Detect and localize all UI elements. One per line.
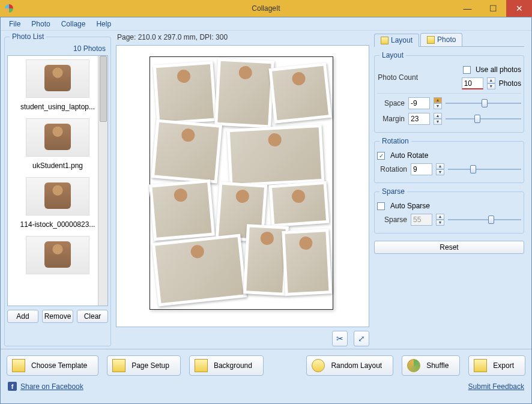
choose-template-button[interactable]: Choose Template xyxy=(7,355,98,376)
menu-photo[interactable]: Photo xyxy=(26,18,55,30)
margin-spinner[interactable]: ▲▼ xyxy=(434,113,442,125)
add-button[interactable]: Add xyxy=(7,310,38,323)
tab-layout[interactable]: Layout xyxy=(374,34,419,47)
menu-help[interactable]: Help xyxy=(91,18,116,30)
shuffle-button[interactable]: Shuffle xyxy=(402,355,460,376)
remove-button[interactable]: Remove xyxy=(42,310,73,323)
crop-button[interactable]: ✂ xyxy=(332,331,348,346)
fit-button[interactable]: ⤢ xyxy=(354,331,369,346)
list-item[interactable]: 114-istock_00000823... xyxy=(8,173,107,232)
photo-count-label: Photo Count xyxy=(377,73,418,82)
thumbnail-label: ukStudent1.png xyxy=(10,161,105,170)
sparse-input: 55 xyxy=(411,214,432,226)
background-button[interactable]: Background xyxy=(189,355,264,376)
titlebar: CollageIt — ☐ ✕ xyxy=(0,0,532,17)
template-icon xyxy=(12,359,25,372)
random-layout-button[interactable]: Random Layout xyxy=(306,355,393,376)
facebook-icon: f xyxy=(8,382,17,391)
thumbnail-image xyxy=(26,177,89,216)
preview-area[interactable] xyxy=(116,45,369,327)
layout-tab-icon xyxy=(381,37,388,44)
background-icon xyxy=(195,359,208,372)
clear-button[interactable]: Clear xyxy=(77,310,108,323)
page-info: Page: 210.0 x 297.0 mm, DPI: 300 xyxy=(116,32,369,45)
crop-icon: ✂ xyxy=(336,334,343,343)
use-all-label: Use all photos xyxy=(476,65,521,74)
dice-icon xyxy=(312,359,325,372)
thumbnail-image xyxy=(26,236,89,274)
maximize-button[interactable]: ☐ xyxy=(480,0,506,17)
auto-rotate-checkbox[interactable]: ✓ xyxy=(377,152,385,160)
list-item[interactable] xyxy=(8,232,107,283)
list-item[interactable]: student_using_laptop... xyxy=(8,56,107,115)
sparse-spinner: ▲▼ xyxy=(436,214,444,226)
thumbnail-image xyxy=(26,118,89,157)
list-item[interactable]: ukStudent1.png xyxy=(8,115,107,173)
menu-collage[interactable]: Collage xyxy=(56,18,91,30)
rotation-input[interactable]: 9 xyxy=(411,163,432,175)
reset-button[interactable]: Reset xyxy=(374,241,524,254)
margin-slider[interactable] xyxy=(446,113,521,124)
close-button[interactable]: ✕ xyxy=(506,0,532,17)
photo-tab-icon xyxy=(427,36,435,44)
sparse-label: Sparse xyxy=(377,216,407,224)
minimize-button[interactable]: — xyxy=(455,0,480,17)
submit-feedback-link[interactable]: Submit Feedback xyxy=(468,382,524,391)
collage-canvas[interactable] xyxy=(150,56,333,310)
app-icon xyxy=(5,4,13,13)
auto-sparse-checkbox[interactable] xyxy=(377,202,385,210)
scrollbar[interactable] xyxy=(98,56,107,306)
menu-file[interactable]: File xyxy=(4,18,25,30)
photos-suffix: Photos xyxy=(499,79,521,88)
rotation-label: Rotation xyxy=(377,165,407,173)
margin-input[interactable]: 23 xyxy=(408,113,430,125)
use-all-checkbox[interactable] xyxy=(463,66,471,74)
photo-list-title: Photo List xyxy=(10,32,46,41)
photo-list[interactable]: student_using_laptop... ukStudent1.png 1… xyxy=(7,55,108,306)
thumbnail-label: 114-istock_00000823... xyxy=(10,220,105,229)
space-slider[interactable] xyxy=(446,98,521,109)
rotation-spinner[interactable]: ▲▼ xyxy=(436,163,444,175)
margin-label: Margin xyxy=(377,115,405,123)
page-setup-button[interactable]: Page Setup xyxy=(107,355,181,376)
menubar: File Photo Collage Help xyxy=(1,17,531,31)
tab-photo[interactable]: Photo xyxy=(420,33,462,46)
photo-count-spinner[interactable]: ▲▼ xyxy=(487,77,495,89)
auto-sparse-label: Auto Sparse xyxy=(390,202,430,210)
sparse-group-title: Sparse xyxy=(379,187,407,196)
photo-count: 10 Photos xyxy=(7,43,108,55)
shuffle-icon xyxy=(407,359,420,372)
rotation-group-title: Rotation xyxy=(379,137,411,145)
window-title: CollageIt xyxy=(252,4,280,13)
sparse-slider xyxy=(448,214,521,225)
photo-count-input[interactable]: 10 xyxy=(462,77,483,89)
thumbnail-label: student_using_laptop... xyxy=(10,103,105,111)
space-spinner[interactable]: ▲▼ xyxy=(434,97,442,109)
page-setup-icon xyxy=(112,359,125,372)
rotation-slider[interactable] xyxy=(448,164,521,175)
thumbnail-image xyxy=(26,59,89,98)
space-label: Space xyxy=(377,99,405,107)
expand-icon: ⤢ xyxy=(358,334,365,343)
auto-rotate-label: Auto Rotate xyxy=(390,151,428,160)
share-facebook-link[interactable]: fShare on Facebook xyxy=(8,382,83,391)
export-button[interactable]: Export xyxy=(468,355,525,376)
export-icon xyxy=(474,359,487,372)
space-input[interactable]: -9 xyxy=(408,97,430,109)
layout-group-title: Layout xyxy=(379,51,406,59)
